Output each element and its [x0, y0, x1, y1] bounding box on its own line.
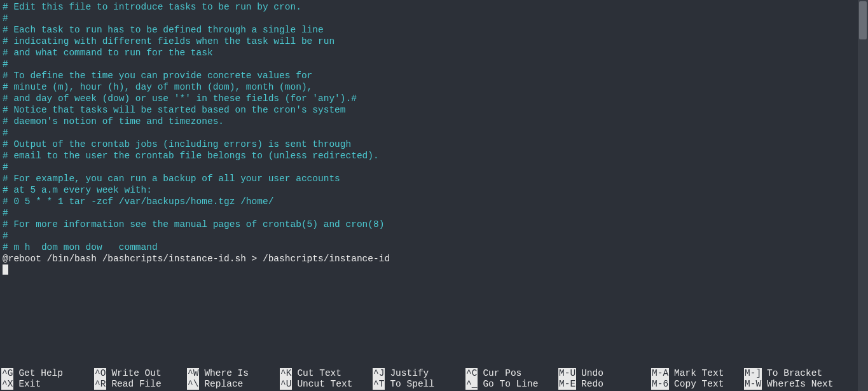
editor-line: # Each task to run has to be defined thr… [3, 24, 865, 36]
menu-item[interactable]: M-6Copy Text [651, 379, 744, 390]
menu-label: Copy Text [669, 379, 724, 390]
menu-label: Cur Pos [478, 368, 521, 379]
menu-item[interactable]: M-ERedo [558, 379, 651, 390]
menu-key: ^C [465, 368, 478, 379]
menu-key: ^W [187, 368, 199, 379]
menu-key: ^R [94, 379, 106, 390]
menu-key: ^T [373, 379, 385, 390]
menu-key: M-E [558, 379, 576, 390]
scrollbar-thumb[interactable] [859, 1, 867, 39]
editor-line: # For example, you can run a backup of a… [3, 173, 865, 184]
menu-item[interactable]: ^_Go To Line [465, 379, 558, 390]
menu-label: To Bracket [762, 368, 822, 379]
editor-content[interactable]: # Edit this file to introduce tasks to b… [0, 0, 868, 276]
menu-item[interactable]: M-]To Bracket [744, 368, 837, 379]
editor-line: # minute (m), hour (h), day of month (do… [3, 81, 865, 93]
menu-label: Get Help [13, 368, 63, 379]
menu-label: Read File [106, 379, 161, 390]
editor-line: # 0 5 * * 1 tar -zcf /var/backups/home.t… [3, 196, 865, 207]
nano-menu-bar: ^GGet Help^OWrite Out^WWhere Is^KCut Tex… [0, 368, 868, 391]
menu-row-2: ^XExit^RRead File^\Replace^UUncut Text^T… [0, 379, 868, 390]
menu-label: Undo [576, 368, 603, 379]
menu-label: To Spell [385, 379, 434, 390]
menu-key: ^_ [465, 379, 478, 390]
menu-label: Exit [13, 379, 41, 390]
editor-line: # daemon's notion of time and timezones. [3, 116, 865, 127]
menu-row-1: ^GGet Help^OWrite Out^WWhere Is^KCut Tex… [0, 368, 868, 379]
editor-line: # and what command to run for the task [3, 47, 865, 58]
editor-line: # m h dom mon dow command [3, 242, 865, 253]
menu-label: Go To Line [478, 379, 538, 390]
menu-key: M-A [651, 368, 669, 379]
menu-label: Uncut Text [292, 379, 352, 390]
editor-line: @reboot /bin/bash /bashcripts/instance-i… [3, 253, 865, 264]
editor-line: # [3, 230, 865, 242]
menu-key: M-U [558, 368, 576, 379]
menu-key: ^X [1, 379, 13, 390]
menu-label: Justify [385, 368, 429, 379]
text-cursor [3, 264, 8, 275]
menu-item[interactable]: ^CCur Pos [465, 368, 558, 379]
menu-item[interactable]: ^UUncut Text [280, 379, 373, 390]
menu-key: M-6 [651, 379, 669, 390]
menu-item[interactable]: ^OWrite Out [94, 368, 187, 379]
menu-item[interactable]: ^XExit [1, 379, 94, 390]
editor-line: # at 5 a.m every week with: [3, 184, 865, 196]
editor-line: # Output of the crontab jobs (including … [3, 139, 865, 150]
editor-line: # and day of week (dow) or use '*' in th… [3, 93, 865, 104]
menu-key: ^K [280, 368, 292, 379]
menu-key: ^\ [187, 379, 199, 390]
editor-line: # email to the user the crontab file bel… [3, 150, 865, 161]
menu-label: Write Out [106, 368, 161, 379]
menu-label: Cut Text [292, 368, 341, 379]
menu-key: M-] [744, 368, 762, 379]
editor-line: # [3, 58, 865, 70]
menu-item[interactable]: M-UUndo [558, 368, 651, 379]
editor-line: # Notice that tasks will be started base… [3, 104, 865, 116]
menu-label: Redo [576, 379, 603, 390]
menu-item[interactable]: M-WWhereIs Next [744, 379, 837, 390]
editor-line: # For more information see the manual pa… [3, 219, 865, 230]
menu-item[interactable]: ^GGet Help [1, 368, 94, 379]
menu-item[interactable]: ^JJustify [373, 368, 465, 379]
menu-item[interactable]: ^TTo Spell [373, 379, 465, 390]
menu-key: M-W [744, 379, 762, 390]
menu-item[interactable]: ^\Replace [187, 379, 280, 390]
menu-item[interactable]: ^KCut Text [280, 368, 373, 379]
scrollbar-track[interactable] [858, 0, 868, 391]
menu-key: ^O [94, 368, 106, 379]
cursor-line [3, 264, 865, 276]
menu-key: ^J [373, 368, 385, 379]
menu-label: Replace [199, 379, 243, 390]
menu-label: Mark Text [669, 368, 724, 379]
menu-label: Where Is [199, 368, 249, 379]
menu-item[interactable]: M-AMark Text [651, 368, 744, 379]
menu-label: WhereIs Next [762, 379, 833, 390]
editor-line: # Edit this file to introduce tasks to b… [3, 1, 865, 13]
menu-key: ^U [280, 379, 292, 390]
editor-line: # [3, 207, 865, 219]
editor-line: # indicating with different fields when … [3, 36, 865, 47]
editor-line: # [3, 127, 865, 139]
menu-item[interactable]: ^RRead File [94, 379, 187, 390]
editor-line: # [3, 13, 865, 24]
editor-line: # To define the time you can provide con… [3, 70, 865, 81]
menu-item[interactable]: ^WWhere Is [187, 368, 280, 379]
menu-key: ^G [1, 368, 13, 379]
editor-line: # [3, 161, 865, 173]
